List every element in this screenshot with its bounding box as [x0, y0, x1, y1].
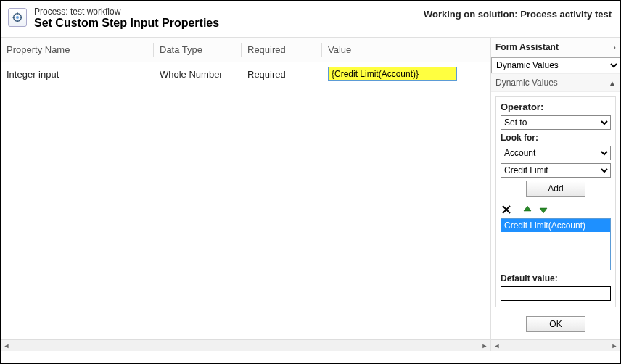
page-title: Set Custom Step Input Properties [34, 17, 219, 30]
col-header-property-name[interactable]: Property Name [1, 44, 153, 55]
move-up-icon[interactable] [522, 204, 533, 215]
ok-button[interactable]: OK [526, 316, 585, 332]
delete-icon[interactable] [501, 204, 512, 215]
lookfor-field-select[interactable]: Credit Limit [501, 163, 611, 178]
col-header-data-type[interactable]: Data Type [154, 44, 241, 55]
content-area: Property Name Data Type Required Value I… [1, 38, 620, 351]
scroll-left-icon[interactable]: ◄ [1, 340, 12, 352]
lookfor-label: Look for: [501, 133, 611, 143]
process-icon [8, 8, 27, 27]
scroll-right-icon[interactable]: ► [609, 340, 620, 352]
scroll-right-icon[interactable]: ► [479, 340, 490, 352]
svg-marker-8 [524, 206, 531, 211]
horizontal-scrollbar[interactable]: ◄ ► [491, 339, 620, 351]
default-value-label: Default value: [501, 273, 611, 284]
svg-marker-9 [540, 208, 547, 213]
lookfor-entity-select[interactable]: Account [501, 146, 611, 160]
move-down-icon[interactable] [538, 204, 549, 215]
add-button[interactable]: Add [526, 181, 585, 197]
grid-header: Property Name Data Type Required Value [1, 38, 490, 62]
cell-data-type: Whole Number [154, 69, 241, 80]
selected-fields-list[interactable]: Credit Limit(Account) [501, 218, 611, 270]
dynamic-values-section-header[interactable]: Dynamic Values ▲ [491, 74, 620, 92]
svg-point-1 [16, 16, 19, 19]
process-breadcrumb: Process: test workflow [34, 7, 219, 17]
scroll-left-icon[interactable]: ◄ [491, 340, 503, 352]
value-input[interactable] [328, 67, 457, 81]
solution-prefix: Working on solution: [424, 9, 520, 20]
solution-label: Working on solution: Process activity te… [424, 7, 612, 30]
dynamic-values-panel: Operator: Set to Look for: Account Credi… [495, 96, 616, 307]
horizontal-scrollbar[interactable]: ◄ ► [1, 339, 490, 351]
solution-name: Process activity test [520, 9, 612, 20]
list-item[interactable]: Credit Limit(Account) [501, 219, 610, 232]
list-toolbar [501, 204, 611, 215]
table-row: Integer input Whole Number Required [1, 62, 490, 86]
dynamic-values-label: Dynamic Values [495, 78, 558, 88]
operator-label: Operator: [501, 102, 611, 112]
chevron-up-icon[interactable]: ▲ [609, 79, 616, 87]
cell-property-name: Integer input [1, 69, 153, 80]
main-pane: Property Name Data Type Required Value I… [1, 38, 491, 351]
process-name: test workflow [70, 7, 120, 17]
default-value-input[interactable] [501, 286, 611, 301]
page-header: Process: test workflow Set Custom Step I… [1, 1, 620, 38]
mode-select[interactable]: Dynamic Values [491, 57, 620, 73]
form-assistant-header[interactable]: Form Assistant › [491, 38, 620, 57]
form-assistant-pane: Form Assistant › Dynamic Values Dynamic … [491, 38, 620, 351]
process-prefix: Process: [34, 7, 70, 17]
chevron-right-icon[interactable]: › [613, 43, 616, 51]
separator [517, 204, 517, 215]
cell-required: Required [242, 69, 321, 80]
cell-value [322, 67, 490, 81]
col-header-required[interactable]: Required [242, 44, 321, 55]
form-assistant-title: Form Assistant [495, 42, 559, 52]
operator-select[interactable]: Set to [501, 115, 611, 130]
header-left: Process: test workflow Set Custom Step I… [8, 7, 219, 30]
col-header-value[interactable]: Value [322, 44, 490, 55]
